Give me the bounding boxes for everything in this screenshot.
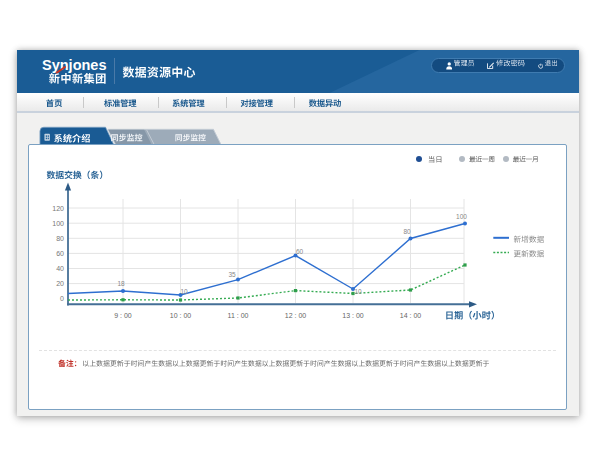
svg-text:18: 18: [117, 279, 125, 286]
svg-text:10 : 00: 10 : 00: [170, 311, 192, 318]
svg-text:100: 100: [52, 219, 64, 226]
svg-text:80: 80: [56, 234, 64, 241]
svg-text:12 : 00: 12 : 00: [285, 311, 307, 318]
svg-text:100: 100: [456, 212, 467, 219]
svg-text:80: 80: [403, 228, 411, 235]
svg-text:10: 10: [354, 288, 362, 295]
svg-text:60: 60: [56, 249, 64, 256]
svg-text:40: 40: [56, 265, 64, 272]
svg-text:9 : 00: 9 : 00: [114, 311, 132, 318]
svg-text:14 : 00: 14 : 00: [400, 311, 422, 318]
svg-text:10: 10: [180, 288, 188, 295]
svg-text:35: 35: [228, 270, 236, 277]
svg-text:120: 120: [52, 204, 64, 211]
svg-text:11 : 00: 11 : 00: [228, 311, 249, 318]
svg-text:0: 0: [60, 295, 64, 302]
svg-text:13 : 00: 13 : 00: [342, 311, 364, 318]
svg-text:60: 60: [296, 247, 304, 254]
svg-text:20: 20: [56, 280, 64, 287]
